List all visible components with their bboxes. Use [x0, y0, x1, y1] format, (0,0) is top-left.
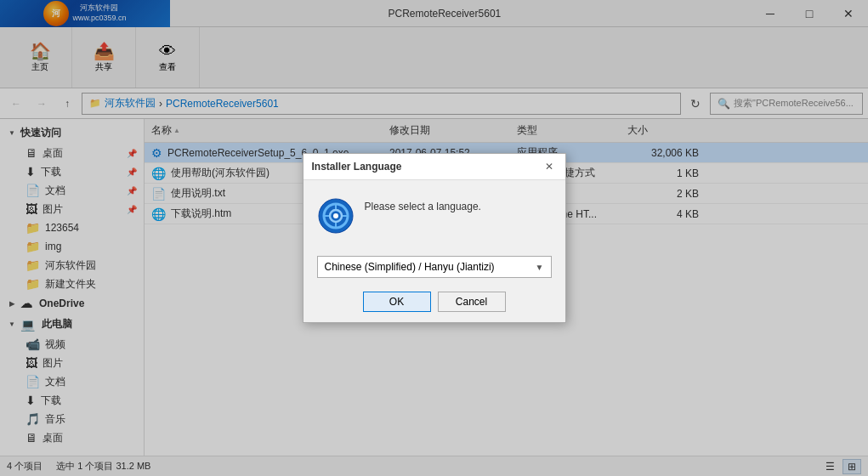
installer-language-dialog: Installer Language ✕ — [303, 153, 566, 323]
svg-point-3 — [333, 213, 338, 218]
dialog-prompt: Please select a language. — [365, 197, 481, 212]
cancel-button[interactable]: Cancel — [438, 292, 506, 312]
dialog-select-row: Chinese (Simplified) / Hanyu (Jiantizi) … — [317, 256, 552, 278]
dialog-body: Please select a language. Chinese (Simpl… — [304, 180, 565, 322]
dialog-overlay: Installer Language ✕ — [0, 0, 868, 476]
dialog-close-button[interactable]: ✕ — [542, 159, 557, 174]
dialog-content: Please select a language. — [317, 197, 552, 242]
dialog-app-icon — [317, 197, 355, 242]
dialog-title: Installer Language — [312, 161, 402, 173]
ok-button[interactable]: OK — [363, 292, 431, 312]
select-arrow-icon: ▼ — [536, 263, 544, 272]
language-select[interactable]: Chinese (Simplified) / Hanyu (Jiantizi) … — [317, 256, 552, 278]
dialog-buttons: OK Cancel — [317, 292, 552, 312]
language-value: Chinese (Simplified) / Hanyu (Jiantizi) — [325, 261, 495, 273]
dialog-titlebar: Installer Language ✕ — [304, 154, 565, 180]
